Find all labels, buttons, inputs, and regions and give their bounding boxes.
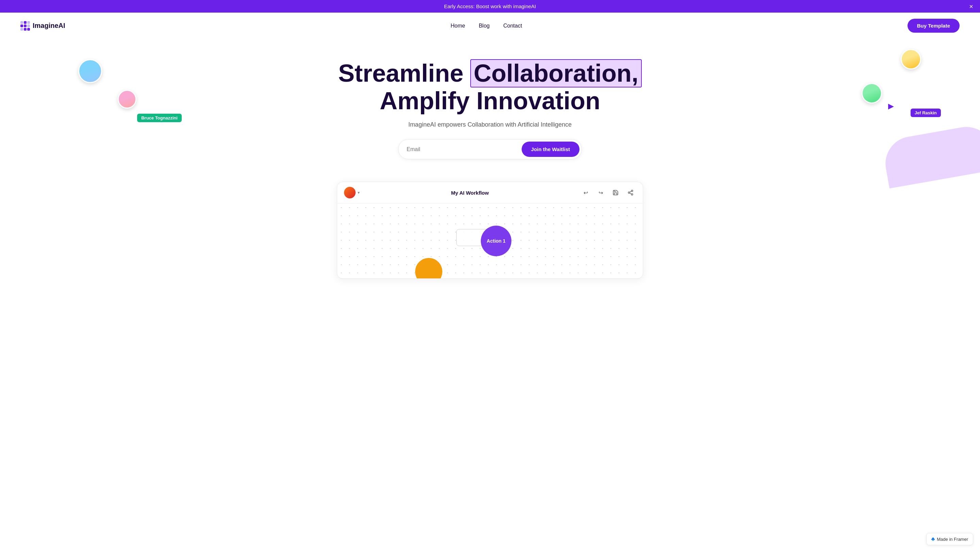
logo-icon (21, 21, 30, 31)
workflow-user: ▾ (344, 187, 360, 199)
workflow-toolbar: ↩ ↪ (580, 187, 636, 198)
workflow-panel: ▾ My AI Workflow ↩ ↪ → Action 1 (337, 182, 643, 279)
hero-section: Bruce Tognazzini ▶ Jef Raskin Streamline… (0, 39, 980, 182)
workflow-section: ▾ My AI Workflow ↩ ↪ → Action 1 (0, 182, 980, 289)
workflow-header: ▾ My AI Workflow ↩ ↪ (337, 182, 643, 204)
svg-point-1 (628, 192, 630, 194)
logo-text: ImagineAI (33, 22, 65, 30)
logo-dot (27, 24, 30, 27)
hero-title: Streamline Collaboration, Amplify Innova… (14, 59, 966, 115)
logo-dot (24, 21, 27, 24)
workflow-canvas: → Action 1 (337, 204, 643, 278)
action-node-label: Action 1 (487, 238, 505, 244)
hero-title-highlighted: Collaboration, (470, 59, 642, 87)
nav-links: Home Blog Contact (450, 23, 522, 29)
nav-contact[interactable]: Contact (503, 23, 522, 29)
logo-dot (21, 21, 23, 24)
action-node-yellow[interactable] (415, 258, 442, 279)
buy-template-button[interactable]: Buy Template (907, 19, 959, 33)
nav-blog[interactable]: Blog (479, 23, 490, 29)
email-input[interactable] (407, 146, 522, 153)
email-form: Join the Waitlist (398, 139, 582, 159)
logo-dot (27, 28, 30, 31)
redo-button[interactable]: ↪ (595, 187, 606, 198)
undo-button[interactable]: ↩ (580, 187, 591, 198)
action-node-1[interactable]: Action 1 (481, 226, 511, 256)
logo-dot (21, 24, 23, 27)
logo-dot (24, 28, 27, 31)
save-button[interactable] (610, 187, 621, 198)
share-button[interactable] (625, 187, 636, 198)
hero-title-part1: Streamline (338, 60, 470, 87)
svg-line-4 (630, 191, 631, 192)
logo: ImagineAI (21, 21, 65, 31)
hero-blob-decoration (881, 122, 980, 188)
logo-dot (21, 28, 23, 31)
waitlist-button[interactable]: Join the Waitlist (522, 142, 579, 157)
logo-dot (24, 24, 27, 27)
svg-line-3 (630, 193, 631, 194)
workflow-title: My AI Workflow (451, 190, 489, 196)
nav-home[interactable]: Home (450, 23, 465, 29)
top-banner: Early Access: Boost work with imagineAI … (0, 0, 980, 13)
workflow-user-avatar (344, 187, 356, 199)
logo-dot (27, 21, 30, 24)
svg-point-0 (631, 190, 633, 192)
navbar: ImagineAI Home Blog Contact Buy Template (0, 13, 980, 39)
hero-title-part2: Amplify Innovation (380, 87, 600, 115)
close-banner-button[interactable]: × (969, 3, 973, 10)
hero-subtitle: ImagineAI empowers Collaboration with Ar… (14, 121, 966, 128)
banner-text: Early Access: Boost work with imagineAI (444, 3, 536, 9)
chevron-down-icon[interactable]: ▾ (358, 190, 360, 195)
svg-point-2 (631, 194, 633, 195)
person1-label: Bruce Tognazzini (137, 114, 182, 122)
